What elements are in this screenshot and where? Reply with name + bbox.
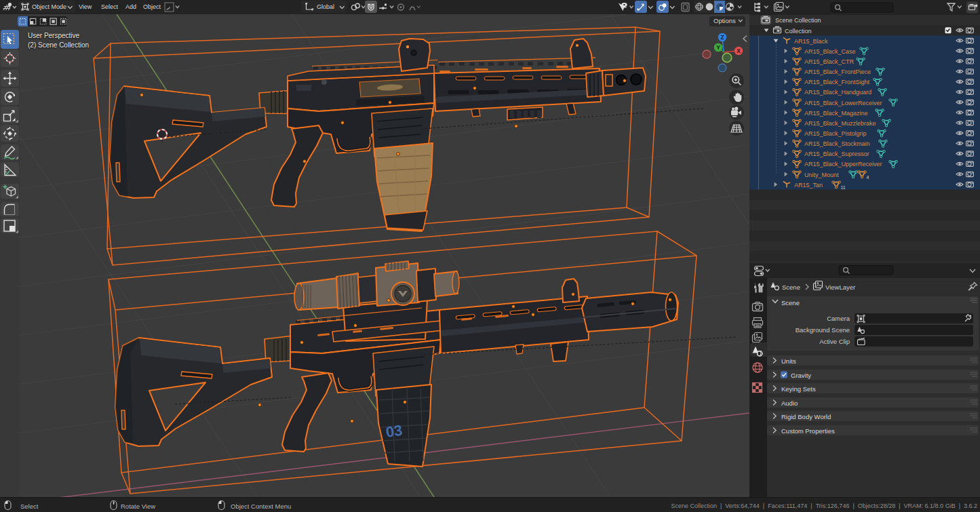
svg-text:4: 4 [867, 175, 869, 180]
svg-text:AR15_Tan: AR15_Tan [794, 182, 823, 189]
svg-text:AR15_Black_FrontSight: AR15_Black_FrontSight [804, 79, 870, 85]
svg-text:AR15_Black_FrontPiece: AR15_Black_FrontPiece [804, 68, 871, 75]
svg-text:AR15_Black_Pistolgrip: AR15_Black_Pistolgrip [804, 130, 867, 137]
svg-text:AR15_Black_CTR: AR15_Black_CTR [804, 58, 855, 65]
svg-text:Scene: Scene [782, 283, 800, 291]
svg-text:AR15_Black_LowerReceiver: AR15_Black_LowerReceiver [804, 100, 882, 106]
svg-text:Custom Properties: Custom Properties [781, 427, 835, 435]
svg-text:03: 03 [385, 422, 404, 441]
svg-text:Audio: Audio [781, 399, 798, 407]
svg-text:AR15_Black_Muzzlebrake: AR15_Black_Muzzlebrake [804, 120, 876, 127]
svg-text:Scene: Scene [781, 299, 800, 307]
svg-text:AR15_Black_Magazine: AR15_Black_Magazine [804, 110, 868, 117]
svg-text:Units: Units [781, 357, 796, 365]
svg-text:AR15_Black_Supressor: AR15_Black_Supressor [804, 151, 869, 157]
svg-text:ViewLayer: ViewLayer [825, 283, 855, 291]
svg-text:Gravity: Gravity [791, 372, 811, 379]
svg-text:AR15_Black_Handguard: AR15_Black_Handguard [804, 89, 871, 96]
svg-text:AR15_Black_Case: AR15_Black_Case [804, 48, 856, 55]
svg-text:Keying Sets: Keying Sets [781, 385, 816, 393]
svg-text:Active Clip: Active Clip [819, 338, 850, 345]
svg-text:Background Scene: Background Scene [796, 326, 850, 334]
svg-text:Unity_Mount: Unity_Mount [804, 172, 839, 178]
svg-text:Collection: Collection [785, 28, 812, 35]
svg-text:11: 11 [841, 185, 846, 190]
svg-text:Camera: Camera [827, 315, 850, 322]
svg-text:AR15_Black: AR15_Black [794, 38, 828, 45]
svg-text:Scene Collection: Scene Collection [775, 17, 821, 24]
svg-text:Rigid Body World: Rigid Body World [781, 413, 831, 420]
svg-text:AR15_Black_UpperReceiver: AR15_Black_UpperReceiver [804, 161, 882, 168]
svg-text:AR15_Black_Stockmain: AR15_Black_Stockmain [804, 140, 870, 147]
